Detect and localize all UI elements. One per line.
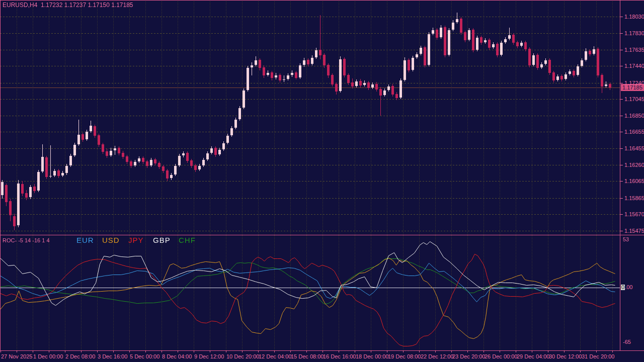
time-axis-label: 16 Dec 16:00	[323, 353, 356, 359]
window-border-top	[0, 0, 644, 1]
price-axis-label: 1.15670	[624, 211, 644, 217]
chart-title: EURUSD,H4 1.17232 1.17237 1.17150 1.1718…	[3, 2, 133, 9]
price-axis-tick	[620, 50, 623, 50]
time-axis-label: 1 Dec 00:00	[33, 353, 63, 359]
price-axis-tick	[620, 66, 623, 66]
time-axis-tick	[274, 351, 275, 352]
time-axis-label: 3 Dec 16:00	[98, 353, 127, 359]
time-axis-tick	[194, 351, 194, 352]
price-axis-label: 1.17440	[624, 63, 644, 69]
mt4-chart-window: EURUSD,H4 1.17232 1.17237 1.17150 1.1718…	[0, 0, 644, 362]
time-axis-label: 31 Dec 20:00	[582, 353, 614, 359]
time-axis-label: 9 Dec 12:00	[194, 353, 224, 359]
time-axis-tick	[113, 351, 114, 352]
time-axis-tick	[532, 351, 532, 352]
legend-item-jpy: JPY	[128, 236, 144, 244]
time-axis-label: 23 Dec 20:00	[452, 353, 485, 359]
zero-level-text: .00	[625, 284, 632, 290]
time-axis-label: 10 Dec 20:00	[226, 353, 259, 359]
price-chart-canvas[interactable]	[0, 0, 620, 235]
price-axis-tick	[620, 198, 623, 199]
time-axis-label: 8 Dec 04:00	[162, 353, 192, 359]
time-axis-label: 26 Dec 00:00	[485, 353, 517, 359]
time-axis-tick	[290, 351, 291, 352]
time-axis-tick	[242, 351, 243, 352]
indicator-axis-max: 53	[623, 236, 629, 242]
indicator-axis-min: -65	[623, 339, 631, 345]
price-axis-label: 1.18030	[624, 14, 644, 20]
price-axis-tick	[620, 99, 623, 100]
time-axis-tick	[178, 351, 178, 352]
price-axis-label: 1.16655	[624, 129, 644, 135]
price-axis-label: 1.17045	[624, 96, 644, 102]
time-axis-tick	[467, 351, 468, 352]
time-axis-tick	[323, 351, 323, 352]
time-axis-border	[0, 350, 644, 351]
time-axis-tick	[435, 351, 436, 352]
time-axis-tick	[451, 351, 452, 352]
time-axis-tick	[145, 351, 146, 352]
indicator-axis-zero: 0.00	[621, 284, 632, 290]
time-axis-tick	[596, 351, 597, 352]
time-axis-tick	[500, 351, 500, 352]
price-axis-tick	[620, 17, 623, 17]
time-axis-tick	[403, 351, 404, 352]
roc-indicator-canvas[interactable]	[0, 235, 620, 350]
price-axis-label: 1.16850	[624, 113, 644, 119]
time-axis-tick	[387, 351, 387, 352]
time-axis-label: 29 Dec 04:00	[517, 353, 549, 359]
panel-divider	[0, 235, 644, 235]
time-axis-tick	[17, 351, 17, 352]
price-axis-tick	[620, 116, 623, 116]
time-axis-label: 19 Dec 08:00	[388, 353, 421, 359]
price-axis-label: 1.17635	[624, 47, 644, 53]
price-axis-tick	[620, 132, 623, 132]
time-axis-tick	[65, 351, 65, 352]
time-axis-tick	[97, 351, 98, 352]
price-axis-tick	[620, 181, 623, 182]
price-axis-label: 1.15475	[624, 228, 644, 234]
time-axis-tick	[49, 351, 49, 352]
legend-item-gbp: GBP	[153, 236, 171, 244]
window-border-left	[0, 0, 1, 351]
time-axis-tick	[129, 351, 130, 352]
price-axis-label: 1.17240	[624, 80, 644, 86]
time-axis-tick	[81, 351, 82, 352]
price-axis-label: 1.17830	[624, 30, 644, 36]
price-axis-label: 1.16455	[624, 145, 644, 151]
time-axis-tick	[210, 351, 210, 352]
time-axis-tick	[306, 351, 307, 352]
time-axis-tick	[355, 351, 355, 352]
legend-item-usd: USD	[102, 236, 120, 244]
price-axis-tick	[620, 165, 623, 165]
time-axis-tick	[226, 351, 226, 352]
zero-level-marker: 0	[621, 285, 625, 290]
price-axis-tick	[620, 33, 623, 34]
time-axis-tick	[258, 351, 259, 352]
time-axis-tick	[419, 351, 420, 352]
legend-item-chf: CHF	[179, 236, 196, 244]
axis-separator	[620, 0, 620, 351]
time-axis-tick	[339, 351, 339, 352]
price-axis-label: 1.16065	[624, 178, 644, 184]
price-axis-tick	[620, 148, 623, 149]
time-axis-label: 22 Dec 12:00	[421, 353, 453, 359]
time-axis-tick	[580, 351, 581, 352]
time-axis-tick	[1, 351, 1, 352]
time-axis-label: 2 Dec 08:00	[65, 353, 95, 359]
price-axis-label: 1.16260	[624, 162, 644, 168]
price-axis-tick	[620, 231, 623, 231]
time-axis-tick	[33, 351, 33, 352]
time-axis-tick	[548, 351, 548, 352]
price-axis-tick	[620, 83, 623, 83]
time-axis-label: 15 Dec 08:00	[291, 353, 324, 359]
price-axis-label: 1.15865	[624, 195, 644, 201]
time-axis-label: 5 Dec 00:00	[130, 353, 159, 359]
time-axis-tick	[162, 351, 162, 352]
time-axis-label: 30 Dec 12:00	[549, 353, 582, 359]
time-axis-label: 12 Dec 04:00	[259, 353, 291, 359]
indicator-legend: EURUSDJPYGBPCHF	[0, 236, 620, 246]
legend-item-eur: EUR	[76, 236, 94, 244]
time-axis-tick	[564, 351, 565, 352]
time-axis-tick	[371, 351, 371, 352]
